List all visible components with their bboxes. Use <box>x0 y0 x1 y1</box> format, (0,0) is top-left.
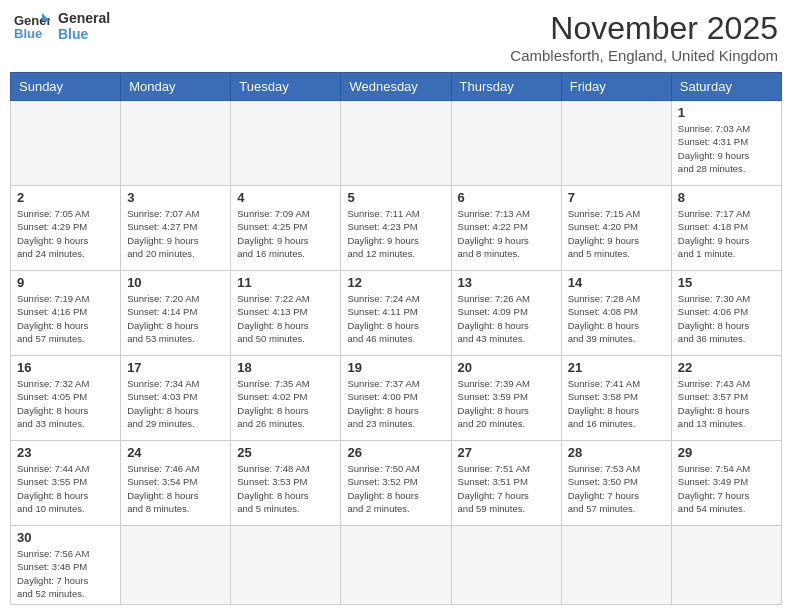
day-cell <box>341 526 451 605</box>
day-cell: 27Sunrise: 7:51 AM Sunset: 3:51 PM Dayli… <box>451 441 561 526</box>
day-info: Sunrise: 7:48 AM Sunset: 3:53 PM Dayligh… <box>237 462 334 515</box>
svg-text:Blue: Blue <box>14 26 42 41</box>
day-cell: 26Sunrise: 7:50 AM Sunset: 3:52 PM Dayli… <box>341 441 451 526</box>
day-info: Sunrise: 7:11 AM Sunset: 4:23 PM Dayligh… <box>347 207 444 260</box>
day-cell: 15Sunrise: 7:30 AM Sunset: 4:06 PM Dayli… <box>671 271 781 356</box>
header-wednesday: Wednesday <box>341 73 451 101</box>
day-cell <box>121 101 231 186</box>
day-cell: 23Sunrise: 7:44 AM Sunset: 3:55 PM Dayli… <box>11 441 121 526</box>
day-info: Sunrise: 7:15 AM Sunset: 4:20 PM Dayligh… <box>568 207 665 260</box>
week-row-0: 1Sunrise: 7:03 AM Sunset: 4:31 PM Daylig… <box>11 101 782 186</box>
day-cell: 11Sunrise: 7:22 AM Sunset: 4:13 PM Dayli… <box>231 271 341 356</box>
day-cell <box>231 101 341 186</box>
day-number: 25 <box>237 445 334 460</box>
day-number: 22 <box>678 360 775 375</box>
day-cell: 29Sunrise: 7:54 AM Sunset: 3:49 PM Dayli… <box>671 441 781 526</box>
day-cell: 4Sunrise: 7:09 AM Sunset: 4:25 PM Daylig… <box>231 186 341 271</box>
day-cell <box>561 101 671 186</box>
week-row-1: 2Sunrise: 7:05 AM Sunset: 4:29 PM Daylig… <box>11 186 782 271</box>
day-info: Sunrise: 7:13 AM Sunset: 4:22 PM Dayligh… <box>458 207 555 260</box>
day-info: Sunrise: 7:43 AM Sunset: 3:57 PM Dayligh… <box>678 377 775 430</box>
day-number: 9 <box>17 275 114 290</box>
header-thursday: Thursday <box>451 73 561 101</box>
day-cell: 1Sunrise: 7:03 AM Sunset: 4:31 PM Daylig… <box>671 101 781 186</box>
day-cell <box>561 526 671 605</box>
day-info: Sunrise: 7:28 AM Sunset: 4:08 PM Dayligh… <box>568 292 665 345</box>
day-number: 24 <box>127 445 224 460</box>
day-cell: 6Sunrise: 7:13 AM Sunset: 4:22 PM Daylig… <box>451 186 561 271</box>
day-number: 13 <box>458 275 555 290</box>
week-row-5: 30Sunrise: 7:56 AM Sunset: 3:48 PM Dayli… <box>11 526 782 605</box>
day-number: 3 <box>127 190 224 205</box>
day-cell <box>451 101 561 186</box>
day-cell: 12Sunrise: 7:24 AM Sunset: 4:11 PM Dayli… <box>341 271 451 356</box>
day-cell: 5Sunrise: 7:11 AM Sunset: 4:23 PM Daylig… <box>341 186 451 271</box>
day-number: 19 <box>347 360 444 375</box>
day-number: 28 <box>568 445 665 460</box>
day-number: 10 <box>127 275 224 290</box>
day-cell: 13Sunrise: 7:26 AM Sunset: 4:09 PM Dayli… <box>451 271 561 356</box>
location: Camblesforth, England, United Kingdom <box>510 47 778 64</box>
day-cell: 17Sunrise: 7:34 AM Sunset: 4:03 PM Dayli… <box>121 356 231 441</box>
day-info: Sunrise: 7:41 AM Sunset: 3:58 PM Dayligh… <box>568 377 665 430</box>
day-info: Sunrise: 7:09 AM Sunset: 4:25 PM Dayligh… <box>237 207 334 260</box>
header-saturday: Saturday <box>671 73 781 101</box>
day-info: Sunrise: 7:20 AM Sunset: 4:14 PM Dayligh… <box>127 292 224 345</box>
header-monday: Monday <box>121 73 231 101</box>
logo: General Blue General Blue <box>14 10 110 42</box>
day-info: Sunrise: 7:03 AM Sunset: 4:31 PM Dayligh… <box>678 122 775 175</box>
day-cell: 16Sunrise: 7:32 AM Sunset: 4:05 PM Dayli… <box>11 356 121 441</box>
day-number: 26 <box>347 445 444 460</box>
day-cell <box>671 526 781 605</box>
day-cell: 21Sunrise: 7:41 AM Sunset: 3:58 PM Dayli… <box>561 356 671 441</box>
day-info: Sunrise: 7:30 AM Sunset: 4:06 PM Dayligh… <box>678 292 775 345</box>
day-number: 6 <box>458 190 555 205</box>
day-info: Sunrise: 7:46 AM Sunset: 3:54 PM Dayligh… <box>127 462 224 515</box>
day-number: 17 <box>127 360 224 375</box>
day-cell: 25Sunrise: 7:48 AM Sunset: 3:53 PM Dayli… <box>231 441 341 526</box>
day-cell <box>341 101 451 186</box>
day-cell <box>121 526 231 605</box>
logo-blue: Blue <box>58 26 110 42</box>
day-info: Sunrise: 7:37 AM Sunset: 4:00 PM Dayligh… <box>347 377 444 430</box>
day-info: Sunrise: 7:44 AM Sunset: 3:55 PM Dayligh… <box>17 462 114 515</box>
day-cell <box>451 526 561 605</box>
day-info: Sunrise: 7:34 AM Sunset: 4:03 PM Dayligh… <box>127 377 224 430</box>
day-cell: 20Sunrise: 7:39 AM Sunset: 3:59 PM Dayli… <box>451 356 561 441</box>
day-number: 29 <box>678 445 775 460</box>
day-cell <box>231 526 341 605</box>
day-cell: 9Sunrise: 7:19 AM Sunset: 4:16 PM Daylig… <box>11 271 121 356</box>
week-row-2: 9Sunrise: 7:19 AM Sunset: 4:16 PM Daylig… <box>11 271 782 356</box>
day-number: 27 <box>458 445 555 460</box>
day-number: 20 <box>458 360 555 375</box>
day-number: 14 <box>568 275 665 290</box>
day-number: 1 <box>678 105 775 120</box>
day-info: Sunrise: 7:22 AM Sunset: 4:13 PM Dayligh… <box>237 292 334 345</box>
day-cell: 22Sunrise: 7:43 AM Sunset: 3:57 PM Dayli… <box>671 356 781 441</box>
day-info: Sunrise: 7:32 AM Sunset: 4:05 PM Dayligh… <box>17 377 114 430</box>
day-cell <box>11 101 121 186</box>
day-info: Sunrise: 7:51 AM Sunset: 3:51 PM Dayligh… <box>458 462 555 515</box>
header-sunday: Sunday <box>11 73 121 101</box>
header-friday: Friday <box>561 73 671 101</box>
day-number: 15 <box>678 275 775 290</box>
day-cell: 10Sunrise: 7:20 AM Sunset: 4:14 PM Dayli… <box>121 271 231 356</box>
day-info: Sunrise: 7:19 AM Sunset: 4:16 PM Dayligh… <box>17 292 114 345</box>
calendar-header-row: Sunday Monday Tuesday Wednesday Thursday… <box>11 73 782 101</box>
day-info: Sunrise: 7:05 AM Sunset: 4:29 PM Dayligh… <box>17 207 114 260</box>
day-number: 8 <box>678 190 775 205</box>
day-number: 21 <box>568 360 665 375</box>
day-info: Sunrise: 7:17 AM Sunset: 4:18 PM Dayligh… <box>678 207 775 260</box>
week-row-4: 23Sunrise: 7:44 AM Sunset: 3:55 PM Dayli… <box>11 441 782 526</box>
title-area: November 2025 Camblesforth, England, Uni… <box>510 10 778 64</box>
day-number: 5 <box>347 190 444 205</box>
week-row-3: 16Sunrise: 7:32 AM Sunset: 4:05 PM Dayli… <box>11 356 782 441</box>
day-number: 2 <box>17 190 114 205</box>
day-cell: 30Sunrise: 7:56 AM Sunset: 3:48 PM Dayli… <box>11 526 121 605</box>
day-cell: 18Sunrise: 7:35 AM Sunset: 4:02 PM Dayli… <box>231 356 341 441</box>
day-cell: 2Sunrise: 7:05 AM Sunset: 4:29 PM Daylig… <box>11 186 121 271</box>
calendar: Sunday Monday Tuesday Wednesday Thursday… <box>10 72 782 605</box>
day-cell: 8Sunrise: 7:17 AM Sunset: 4:18 PM Daylig… <box>671 186 781 271</box>
day-info: Sunrise: 7:07 AM Sunset: 4:27 PM Dayligh… <box>127 207 224 260</box>
day-info: Sunrise: 7:50 AM Sunset: 3:52 PM Dayligh… <box>347 462 444 515</box>
